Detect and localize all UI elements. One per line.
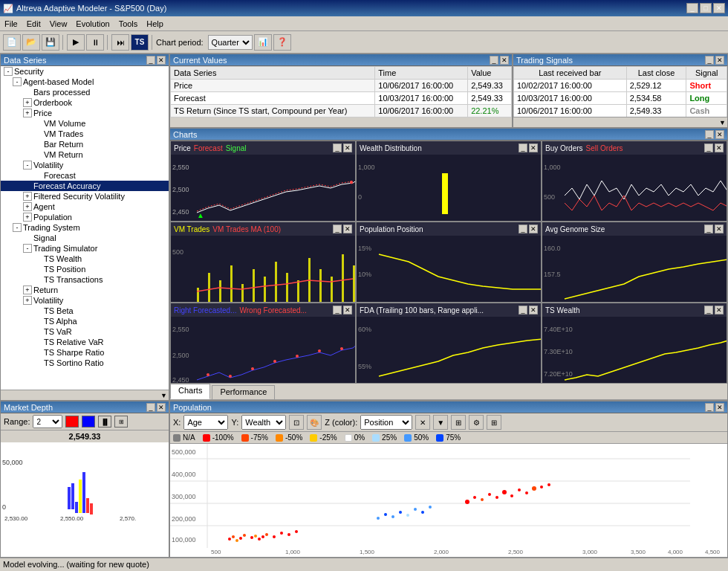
pop-filter-btn[interactable]: ▼ — [433, 415, 448, 430]
z-select[interactable]: Position Wealth — [360, 415, 412, 430]
tree-ts-transactions[interactable]: TS Transactions — [1, 274, 169, 285]
maximize-button[interactable]: □ — [700, 3, 712, 13]
pop-table-btn[interactable]: ⊞ — [451, 415, 466, 430]
tree-trading-simulator[interactable]: - Trading Simulator — [1, 243, 169, 254]
chart-fda-minimize[interactable]: _ — [519, 306, 527, 314]
data-series-tree[interactable]: - Security - Agent-based Model Bars proc… — [1, 66, 169, 390]
titlebar-controls[interactable]: _ □ ✕ — [686, 3, 725, 13]
tree-ts-position[interactable]: TS Position — [1, 264, 169, 274]
chart-vm-close[interactable]: ✕ — [343, 225, 352, 233]
chart-pop-minimize[interactable]: _ — [519, 225, 527, 233]
tree-forecast-accuracy[interactable]: Forecast Accuracy — [1, 181, 169, 191]
data-series-minimize[interactable]: _ — [146, 56, 155, 65]
pop-close[interactable]: ✕ — [715, 403, 724, 412]
pop-x-btn[interactable]: ✕ — [415, 415, 430, 430]
chart-orders-close[interactable]: ✕ — [715, 143, 724, 152]
menu-view[interactable]: View — [45, 18, 72, 30]
tab-charts[interactable]: Charts — [170, 384, 210, 399]
chart-genome-close[interactable]: ✕ — [715, 225, 724, 233]
expander-agent[interactable]: + — [23, 202, 32, 211]
expander-security[interactable]: - — [4, 67, 13, 76]
y-select[interactable]: Wealth Age — [241, 415, 286, 430]
data-series-scrollbar[interactable]: ▼ — [1, 390, 169, 400]
help-button[interactable]: ❓ — [273, 34, 291, 51]
tree-signal[interactable]: Signal — [1, 233, 169, 243]
expander-volatility2[interactable]: + — [23, 296, 32, 305]
chart-price-minimize[interactable]: _ — [333, 143, 342, 152]
charts-minimize[interactable]: _ — [705, 130, 714, 139]
tree-volatility[interactable]: - Volatility — [1, 160, 169, 170]
play-button[interactable]: ▶ — [67, 34, 85, 51]
expander-return[interactable]: + — [23, 286, 32, 294]
tree-vm-return[interactable]: VM Return — [1, 149, 169, 160]
scroll-down-arrow[interactable]: ▼ — [160, 392, 167, 399]
tree-ts-wealth[interactable]: TS Wealth — [1, 254, 169, 264]
pop-chart-type-btn[interactable]: ⊡ — [289, 415, 304, 430]
tree-vm-volume[interactable]: VM Volume — [1, 118, 169, 129]
expander-price[interactable]: + — [23, 109, 32, 117]
chart-pop-close[interactable]: ✕ — [529, 225, 538, 233]
md-bar-btn[interactable]: ▐▌ — [98, 416, 111, 428]
ts-minimize[interactable]: _ — [705, 56, 714, 65]
tree-trading-system[interactable]: - Trading System — [1, 222, 169, 233]
new-button[interactable]: 📄 — [3, 34, 21, 51]
ts-scrollbar[interactable]: ▼ — [513, 117, 727, 127]
tree-forecast[interactable]: Forecast — [1, 170, 169, 181]
chart-vm-minimize[interactable]: _ — [333, 225, 342, 233]
chart-fda-close[interactable]: ✕ — [529, 306, 538, 314]
tree-security[interactable]: - Security — [1, 66, 169, 77]
md-grid-btn[interactable]: ⊞ — [114, 416, 128, 428]
chart-wealth-close[interactable]: ✕ — [529, 143, 538, 152]
tab-performance[interactable]: Performance — [212, 385, 275, 399]
tree-volatility2[interactable]: + Volatility — [1, 295, 169, 306]
expander-filtered[interactable]: + — [23, 192, 32, 201]
tree-filtered-security-vol[interactable]: + Filtered Security Volatility — [1, 191, 169, 201]
tree-ts-var[interactable]: TS VaR — [1, 326, 169, 337]
chart-rf-minimize[interactable]: _ — [333, 306, 342, 314]
ts-button[interactable]: TS — [131, 34, 149, 51]
pause-button[interactable]: ⏸ — [86, 34, 104, 51]
tree-bars-processed[interactable]: Bars processed — [1, 87, 169, 97]
pop-color-btn[interactable]: 🎨 — [307, 415, 322, 430]
close-button[interactable]: ✕ — [713, 3, 725, 13]
ts-scroll-down[interactable]: ▼ — [719, 119, 726, 126]
ts-close[interactable]: ✕ — [715, 56, 724, 65]
step-button[interactable]: ⏭ — [111, 34, 129, 51]
menu-help[interactable]: Help — [142, 18, 168, 30]
tree-ts-alpha[interactable]: TS Alpha — [1, 316, 169, 326]
tree-ts-rel-var[interactable]: TS Relative VaR — [1, 337, 169, 347]
data-series-close[interactable]: ✕ — [157, 56, 166, 65]
chart-genome-minimize[interactable]: _ — [704, 225, 713, 233]
chart-price-close[interactable]: ✕ — [343, 143, 352, 152]
save-button[interactable]: 💾 — [42, 34, 59, 51]
expander-agent-model[interactable]: - — [13, 77, 22, 86]
tree-bar-return[interactable]: Bar Return — [1, 139, 169, 149]
chart-period-select[interactable]: Quarter Month Year — [208, 35, 253, 50]
tree-ts-sortino[interactable]: TS Sortino Ratio — [1, 358, 169, 368]
tree-price[interactable]: + Price — [1, 108, 169, 118]
tree-population[interactable]: + Population — [1, 212, 169, 222]
charts-close[interactable]: ✕ — [715, 130, 724, 139]
menu-file[interactable]: File — [0, 18, 22, 30]
tree-ts-beta[interactable]: TS Beta — [1, 306, 169, 316]
menu-tools[interactable]: Tools — [114, 18, 143, 30]
md-minimize[interactable]: _ — [146, 403, 155, 412]
tree-return[interactable]: + Return — [1, 285, 169, 295]
expander-trading-system[interactable]: - — [13, 223, 22, 232]
range-select[interactable]: 2 5 10 — [33, 415, 62, 428]
pop-settings-btn[interactable]: ⚙ — [469, 415, 484, 430]
chart-wealth-minimize[interactable]: _ — [519, 143, 527, 152]
chart-orders-minimize[interactable]: _ — [704, 143, 713, 152]
minimize-button[interactable]: _ — [686, 3, 698, 13]
md-close[interactable]: ✕ — [157, 403, 166, 412]
expander-trading-simulator[interactable]: - — [23, 244, 32, 253]
menu-edit[interactable]: Edit — [22, 18, 45, 30]
tree-vm-trades[interactable]: VM Trades — [1, 129, 169, 139]
chart-button[interactable]: 📊 — [254, 34, 272, 51]
tree-orderbook[interactable]: + Orderbook — [1, 97, 169, 108]
expander-population[interactable]: + — [23, 213, 32, 222]
pop-expand-btn[interactable]: ⊞ — [487, 415, 501, 430]
pop-minimize[interactable]: _ — [705, 403, 714, 412]
x-select[interactable]: Age Wealth — [183, 415, 228, 430]
cv-minimize[interactable]: _ — [490, 56, 498, 65]
